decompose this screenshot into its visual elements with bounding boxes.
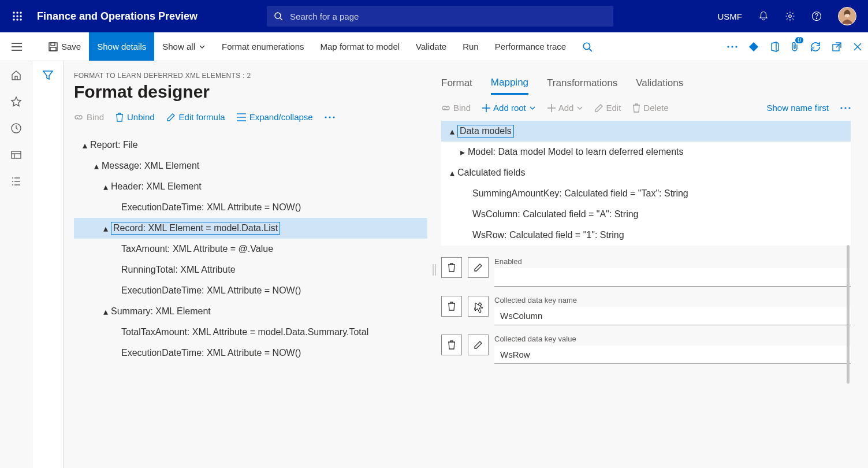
svg-point-3: [13, 15, 15, 17]
star-icon[interactable]: [10, 96, 22, 107]
format-pane: FORMAT TO LEARN DEFERRED XML ELEMENTS : …: [74, 72, 427, 468]
search-input[interactable]: [290, 12, 606, 21]
tree-node-header[interactable]: ▴Header: XML Element: [74, 176, 427, 197]
cursor-icon: [474, 302, 486, 315]
tree-node-exec2[interactable]: ExecutionDateTime: XML Attribute = NOW(): [74, 280, 427, 301]
home-icon[interactable]: [10, 69, 22, 81]
mapping-pane: Format Mapping Transformations Validatio…: [441, 72, 868, 468]
app-launcher-icon[interactable]: [5, 11, 30, 21]
tab-transformations[interactable]: Transformations: [547, 72, 617, 95]
gear-icon[interactable]: [785, 11, 795, 21]
svg-line-23: [589, 49, 592, 51]
save-button[interactable]: Save: [40, 32, 89, 61]
edit-button[interactable]: Edit: [595, 103, 621, 113]
filter-column: [32, 61, 64, 468]
save-icon: [49, 42, 58, 51]
show-all-button[interactable]: Show all: [154, 32, 214, 61]
validate-button[interactable]: Validate: [408, 32, 455, 61]
add-button[interactable]: Add: [547, 103, 584, 113]
svg-point-8: [20, 18, 22, 21]
tree-node-record[interactable]: ▴Record: XML Element = model.Data.List: [74, 218, 427, 239]
filter-icon[interactable]: [42, 69, 54, 468]
mapping-node-datamodels[interactable]: ▴Data models: [441, 121, 851, 142]
mapping-bind-button[interactable]: Bind: [441, 103, 471, 113]
scrollbar[interactable]: [847, 245, 850, 384]
tab-mapping[interactable]: Mapping: [491, 72, 528, 95]
tree-node-report[interactable]: ▴Report: File: [74, 135, 427, 155]
delete-button[interactable]: Delete: [632, 103, 668, 113]
tab-format[interactable]: Format: [441, 72, 472, 95]
tree-node-summary[interactable]: ▴Summary: XML Element: [74, 301, 427, 322]
link-icon: [74, 113, 83, 122]
nav-rail: [0, 61, 32, 468]
tree-node-exec3[interactable]: ExecutionDateTime: XML Attribute = NOW(): [74, 343, 427, 363]
more-icon[interactable]: [840, 107, 851, 109]
mapping-node-calcfields[interactable]: ▴Calculated fields: [441, 162, 851, 183]
prop-enabled: Enabled: [441, 257, 851, 287]
unbind-button[interactable]: Unbind: [116, 112, 155, 122]
company-picker[interactable]: USMF: [718, 12, 743, 21]
find-button[interactable]: [574, 32, 601, 61]
tab-validations[interactable]: Validations: [636, 72, 683, 95]
office-icon[interactable]: [770, 42, 779, 52]
bell-icon[interactable]: [758, 11, 769, 21]
global-search[interactable]: [267, 6, 613, 27]
show-details-button[interactable]: Show details: [89, 32, 154, 61]
svg-point-11: [789, 15, 792, 18]
bind-button[interactable]: Bind: [74, 112, 104, 122]
svg-point-54: [848, 107, 850, 109]
edit-formula-button[interactable]: Edit formula: [166, 112, 225, 122]
edit-prop-button[interactable]: [468, 257, 489, 278]
popout-icon[interactable]: [832, 42, 841, 51]
more-icon[interactable]: [325, 116, 335, 118]
show-name-first-button[interactable]: Show name first: [766, 103, 829, 113]
delete-prop-button[interactable]: [441, 257, 462, 278]
tree-node-totaltax[interactable]: TotalTaxAmount: XML Attribute = model.Da…: [74, 322, 427, 343]
delete-prop-button[interactable]: [441, 335, 462, 355]
prop-label: Collected data key value: [494, 335, 851, 343]
tree-node-taxamount[interactable]: TaxAmount: XML Attribute = @.Value: [74, 239, 427, 259]
enabled-input[interactable]: [494, 268, 851, 287]
more-icon[interactable]: [727, 46, 737, 48]
map-format-button[interactable]: Map format to model: [312, 32, 408, 61]
recent-icon[interactable]: [10, 122, 22, 134]
page-title: Format designer: [74, 82, 427, 102]
modules-icon[interactable]: [10, 176, 22, 187]
delete-prop-button[interactable]: [441, 296, 462, 317]
avatar[interactable]: [838, 7, 856, 25]
chevron-down-icon: [529, 105, 536, 112]
attach-badge: 0: [795, 37, 803, 43]
hamburger-icon[interactable]: [12, 43, 22, 51]
mapping-node-summing[interactable]: SummingAmountKey: Calculated field = "Ta…: [441, 183, 851, 204]
trash-icon: [632, 103, 640, 113]
mapping-node-wscolumn[interactable]: WsColumn: Calculated field = "A": String: [441, 204, 851, 225]
keyname-input[interactable]: [494, 307, 851, 325]
plus-icon: [482, 104, 490, 112]
list-icon: [237, 113, 246, 121]
performance-trace-button[interactable]: Performance trace: [487, 32, 574, 61]
workspaces-icon[interactable]: [10, 149, 22, 161]
app-title: Finance and Operations Preview: [37, 10, 198, 23]
edit-prop-button[interactable]: [468, 335, 489, 355]
format-enumerations-button[interactable]: Format enumerations: [214, 32, 312, 61]
mapping-node-wsrow[interactable]: WsRow: Calculated field = "1": String: [441, 225, 851, 246]
splitter[interactable]: [427, 72, 441, 468]
keyvalue-input[interactable]: [494, 346, 851, 364]
edit-prop-button[interactable]: [468, 296, 489, 317]
tree-node-runningtotal[interactable]: RunningTotal: XML Attribute: [74, 259, 427, 280]
refresh-icon[interactable]: [810, 42, 821, 52]
add-root-button[interactable]: Add root: [482, 103, 536, 113]
run-button[interactable]: Run: [455, 32, 487, 61]
svg-point-52: [840, 107, 842, 109]
expand-collapse-button[interactable]: Expand/collapse: [237, 112, 313, 122]
tree-node-exec1[interactable]: ExecutionDateTime: XML Attribute = NOW(): [74, 197, 427, 218]
svg-rect-31: [12, 151, 21, 158]
close-icon[interactable]: [853, 42, 862, 51]
format-toolbar: Bind Unbind Edit formula Expand/collapse: [74, 112, 427, 122]
attach-icon[interactable]: 0: [791, 42, 799, 52]
tree-node-message[interactable]: ▴Message: XML Element: [74, 155, 427, 176]
svg-rect-21: [50, 47, 56, 51]
help-icon[interactable]: [811, 11, 822, 21]
diamond-icon[interactable]: [749, 42, 758, 51]
mapping-node-model[interactable]: ▸Model: Data model Model to learn deferr…: [441, 142, 851, 162]
